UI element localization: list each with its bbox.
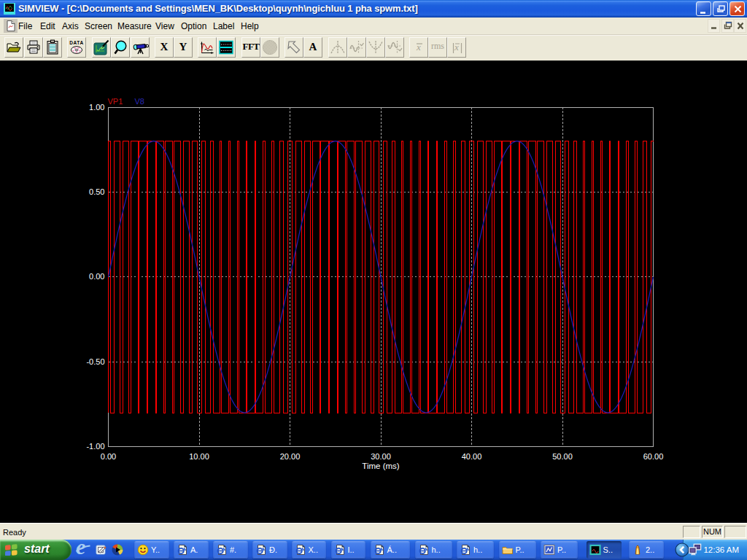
svg-text:-0.50: -0.50: [86, 357, 104, 366]
svg-text:20.00: 20.00: [280, 452, 301, 461]
svg-text:30.00: 30.00: [371, 452, 391, 461]
svg-text:50.00: 50.00: [552, 452, 573, 461]
svg-text:10.00: 10.00: [189, 452, 209, 461]
svg-text:0.00: 0.00: [101, 452, 116, 461]
svg-text:1.00: 1.00: [89, 103, 104, 112]
svg-text:0.00: 0.00: [89, 272, 104, 281]
svg-text:40.00: 40.00: [462, 452, 482, 461]
svg-text:DATA: DATA: [69, 40, 84, 45]
svg-text:60.00: 60.00: [643, 452, 664, 461]
svg-text:-1.00: -1.00: [86, 442, 104, 451]
svg-text:VP1: VP1: [108, 97, 123, 106]
svg-text:0.50: 0.50: [89, 187, 104, 196]
svg-text:Time (ms): Time (ms): [362, 462, 399, 470]
svg-text:V8: V8: [135, 97, 144, 106]
